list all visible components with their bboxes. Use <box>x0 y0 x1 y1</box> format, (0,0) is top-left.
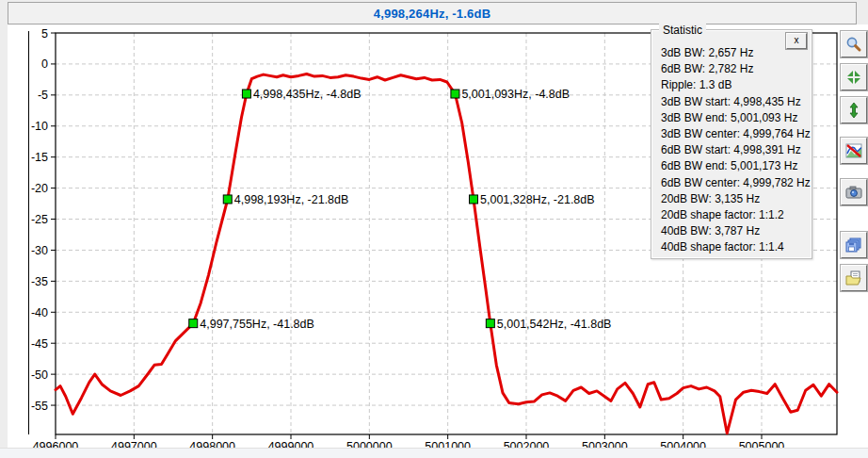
stat-line-6db-bw: 6dB BW: 2,782 Hz <box>661 61 808 77</box>
statistic-panel-title: Statistic <box>659 24 706 37</box>
y-tick-label: -35 <box>31 275 48 288</box>
stat-line-20db-shape: 20dB shape factor: 1:1.2 <box>661 207 808 223</box>
disk-stack-icon <box>845 237 862 254</box>
bw-marker[interactable] <box>242 90 250 98</box>
vertical-arrows-icon <box>845 102 862 119</box>
statistic-lines: 3dB BW: 2,657 Hz 6dB BW: 2,782 Hz Ripple… <box>661 45 808 256</box>
stat-line-3db-end: 3dB BW end: 5,001,093 Hz <box>661 110 808 126</box>
stat-line-6db-end: 6dB BW end: 5,001,173 Hz <box>661 158 808 174</box>
y-tick-label: -50 <box>31 368 48 382</box>
y-tick-label: 0 <box>41 57 48 71</box>
y-tick-label: -20 <box>31 182 48 195</box>
stat-line-6db-start: 6dB BW start: 4,998,391 Hz <box>661 142 808 158</box>
copy-button[interactable] <box>841 232 867 258</box>
stat-line-6db-center: 6dB BW center: 4,999,782 Hz <box>661 175 808 191</box>
zoom-button[interactable] <box>841 31 867 57</box>
y-tick-label: -15 <box>31 151 48 164</box>
y-tick-label: -25 <box>31 213 48 226</box>
autoscale-arrows-icon <box>845 69 862 86</box>
export-button[interactable] <box>841 265 867 291</box>
bw-marker[interactable] <box>470 195 478 204</box>
y-tick-label: -45 <box>31 337 48 351</box>
statistic-panel: Statistic x 3dB BW: 2,657 Hz 6dB BW: 2,7… <box>651 29 812 259</box>
bw-marker[interactable] <box>486 319 494 328</box>
folder-document-icon <box>845 270 862 286</box>
camera-icon <box>845 184 862 201</box>
magnifier-icon <box>845 36 862 53</box>
y-tick-label: -55 <box>31 400 48 413</box>
y-tick-label: 5 <box>41 27 48 41</box>
bw-marker-label: 4,998,435Hz, -4.8dB <box>253 88 362 101</box>
bw-marker[interactable] <box>189 319 198 328</box>
bw-marker-label: 4,997,755Hz, -41.8dB <box>200 318 314 331</box>
chart-slash-icon <box>845 142 862 159</box>
snapshot-button[interactable] <box>841 179 867 205</box>
stat-line-40db-bw: 40dB BW: 3,787 Hz <box>661 223 808 239</box>
stat-line-40db-shape: 40dB shape factor: 1:1.4 <box>661 239 808 255</box>
bw-marker[interactable] <box>223 195 232 204</box>
y-tick-label: -5 <box>38 89 48 102</box>
y-tick-label: -40 <box>31 306 48 319</box>
y-tick-label: -30 <box>31 244 48 257</box>
fit-vertical-button[interactable] <box>841 97 867 123</box>
stat-line-ripple: Ripple: 1.3 dB <box>661 77 808 93</box>
stat-line-3db-center: 3dB BW center: 4,999,764 Hz <box>661 126 808 142</box>
bw-marker[interactable] <box>451 90 459 98</box>
bw-marker-label: 5,001,328Hz, -21.8dB <box>480 193 595 206</box>
stat-line-20db-bw: 20dB BW: 3,135 Hz <box>661 191 808 207</box>
y-tick-label: -10 <box>31 120 48 133</box>
window-bottom-strip <box>0 448 868 458</box>
bw-marker-label: 5,001,093Hz, -4.8dB <box>461 88 570 101</box>
bw-marker-label: 4,998,193Hz, -21.8dB <box>234 193 349 206</box>
stat-line-3db-bw: 3dB BW: 2,657 Hz <box>661 45 808 61</box>
stat-line-3db-start: 3dB BW start: 4,998,435 Hz <box>661 94 808 110</box>
bw-marker-label: 5,001,542Hz, -41.8dB <box>497 318 612 331</box>
autoscale-button[interactable] <box>841 64 867 90</box>
hide-curve-button[interactable] <box>841 138 867 164</box>
